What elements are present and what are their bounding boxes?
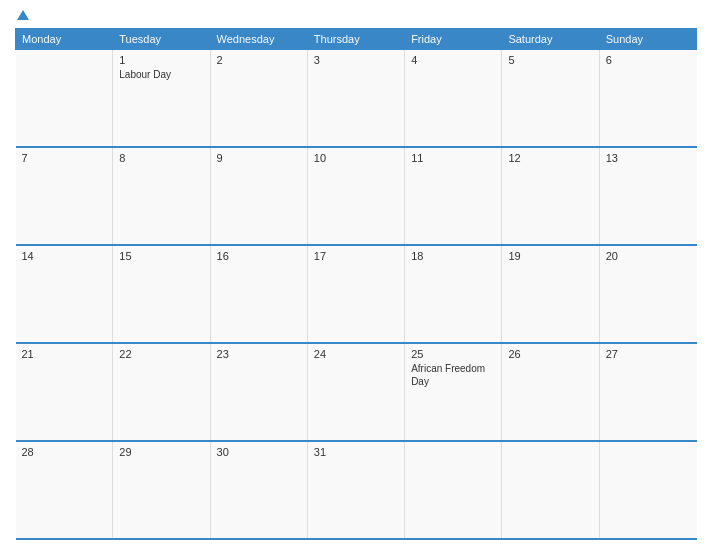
calendar-cell: 24 — [307, 343, 404, 441]
calendar-cell: 23 — [210, 343, 307, 441]
day-number: 31 — [314, 446, 398, 458]
day-number: 10 — [314, 152, 398, 164]
day-number: 22 — [119, 348, 203, 360]
day-of-week-header: Tuesday — [113, 29, 210, 50]
day-header-row: MondayTuesdayWednesdayThursdayFridaySatu… — [16, 29, 697, 50]
calendar-week-row: 28293031 — [16, 441, 697, 539]
calendar-cell: 28 — [16, 441, 113, 539]
day-number: 28 — [22, 446, 107, 458]
day-number: 18 — [411, 250, 495, 262]
calendar-cell: 4 — [405, 50, 502, 148]
day-number: 9 — [217, 152, 301, 164]
day-number: 27 — [606, 348, 691, 360]
calendar-cell: 21 — [16, 343, 113, 441]
calendar-header: MondayTuesdayWednesdayThursdayFridaySatu… — [16, 29, 697, 50]
calendar-cell: 16 — [210, 245, 307, 343]
calendar-cell — [16, 50, 113, 148]
calendar-cell: 10 — [307, 147, 404, 245]
calendar-cell: 14 — [16, 245, 113, 343]
calendar-week-row: 78910111213 — [16, 147, 697, 245]
calendar-cell — [502, 441, 599, 539]
calendar-cell: 3 — [307, 50, 404, 148]
calendar-cell: 18 — [405, 245, 502, 343]
calendar-cell: 27 — [599, 343, 696, 441]
day-of-week-header: Thursday — [307, 29, 404, 50]
day-number: 24 — [314, 348, 398, 360]
calendar-cell: 19 — [502, 245, 599, 343]
calendar-cell — [405, 441, 502, 539]
day-number: 14 — [22, 250, 107, 262]
calendar-table: MondayTuesdayWednesdayThursdayFridaySatu… — [15, 28, 697, 540]
day-number: 12 — [508, 152, 592, 164]
calendar-cell: 11 — [405, 147, 502, 245]
day-number: 2 — [217, 54, 301, 66]
calendar-cell — [599, 441, 696, 539]
calendar-cell: 5 — [502, 50, 599, 148]
day-number: 4 — [411, 54, 495, 66]
day-number: 11 — [411, 152, 495, 164]
calendar-cell: 8 — [113, 147, 210, 245]
day-number: 16 — [217, 250, 301, 262]
calendar-cell: 13 — [599, 147, 696, 245]
day-number: 30 — [217, 446, 301, 458]
calendar-cell: 2 — [210, 50, 307, 148]
day-number: 17 — [314, 250, 398, 262]
day-number: 8 — [119, 152, 203, 164]
day-number: 5 — [508, 54, 592, 66]
calendar-cell: 20 — [599, 245, 696, 343]
calendar-cell: 6 — [599, 50, 696, 148]
calendar-cell: 7 — [16, 147, 113, 245]
calendar-cell: 12 — [502, 147, 599, 245]
day-number: 19 — [508, 250, 592, 262]
calendar-cell: 17 — [307, 245, 404, 343]
day-number: 6 — [606, 54, 691, 66]
calendar-cell: 29 — [113, 441, 210, 539]
day-of-week-header: Sunday — [599, 29, 696, 50]
day-of-week-header: Monday — [16, 29, 113, 50]
day-number: 13 — [606, 152, 691, 164]
calendar-week-row: 14151617181920 — [16, 245, 697, 343]
logo-triangle-icon — [17, 10, 29, 20]
day-number: 21 — [22, 348, 107, 360]
day-number: 7 — [22, 152, 107, 164]
calendar-week-row: 2122232425African Freedom Day2627 — [16, 343, 697, 441]
day-of-week-header: Friday — [405, 29, 502, 50]
day-number: 26 — [508, 348, 592, 360]
calendar-cell: 31 — [307, 441, 404, 539]
day-number: 3 — [314, 54, 398, 66]
day-number: 20 — [606, 250, 691, 262]
day-number: 29 — [119, 446, 203, 458]
calendar-cell: 26 — [502, 343, 599, 441]
day-number: 15 — [119, 250, 203, 262]
day-event-label: African Freedom Day — [411, 362, 495, 388]
calendar-cell: 22 — [113, 343, 210, 441]
day-number: 25 — [411, 348, 495, 360]
day-of-week-header: Saturday — [502, 29, 599, 50]
logo — [15, 10, 105, 20]
calendar-cell: 15 — [113, 245, 210, 343]
day-number: 23 — [217, 348, 301, 360]
calendar-cell: 1Labour Day — [113, 50, 210, 148]
calendar-cell: 9 — [210, 147, 307, 245]
calendar-week-row: 1Labour Day23456 — [16, 50, 697, 148]
day-number: 1 — [119, 54, 203, 66]
day-of-week-header: Wednesday — [210, 29, 307, 50]
day-event-label: Labour Day — [119, 68, 203, 81]
calendar-cell: 30 — [210, 441, 307, 539]
calendar-body: 1Labour Day23456789101112131415161718192… — [16, 50, 697, 540]
page-header — [15, 10, 697, 20]
calendar-cell: 25African Freedom Day — [405, 343, 502, 441]
